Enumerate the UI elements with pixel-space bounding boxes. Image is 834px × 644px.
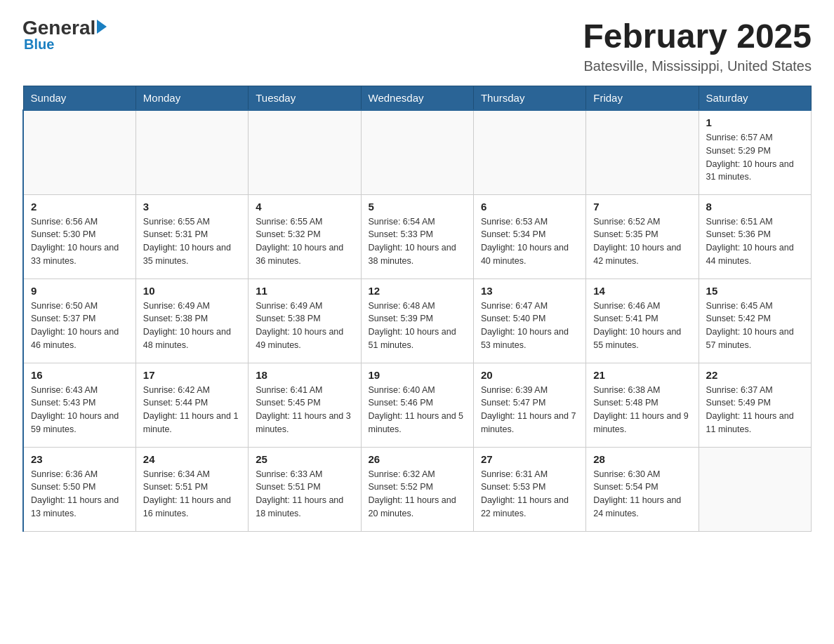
day-info: Sunrise: 6:54 AM Sunset: 5:33 PM Dayligh… xyxy=(369,215,466,268)
calendar-cell xyxy=(135,110,248,194)
calendar-cell: 5Sunrise: 6:54 AM Sunset: 5:33 PM Daylig… xyxy=(361,194,473,279)
calendar-cell xyxy=(23,110,135,194)
page-header: General Blue February 2025 Batesville, M… xyxy=(22,17,812,74)
calendar-cell: 20Sunrise: 6:39 AM Sunset: 5:47 PM Dayli… xyxy=(473,363,585,447)
day-number: 20 xyxy=(481,369,578,381)
calendar-cell: 12Sunrise: 6:48 AM Sunset: 5:39 PM Dayli… xyxy=(361,279,473,363)
day-number: 12 xyxy=(369,285,466,297)
day-number: 10 xyxy=(143,285,241,297)
title-area: February 2025 Batesville, Mississippi, U… xyxy=(583,17,812,74)
day-of-week-monday: Monday xyxy=(135,86,248,111)
day-number: 21 xyxy=(593,369,691,381)
calendar-cell: 21Sunrise: 6:38 AM Sunset: 5:48 PM Dayli… xyxy=(586,363,699,447)
calendar-cell xyxy=(699,447,811,531)
logo: General Blue xyxy=(22,17,107,53)
logo-blue: Blue xyxy=(24,36,54,53)
week-row-3: 9Sunrise: 6:50 AM Sunset: 5:37 PM Daylig… xyxy=(23,279,812,363)
calendar-cell: 13Sunrise: 6:47 AM Sunset: 5:40 PM Dayli… xyxy=(473,279,585,363)
calendar-cell: 23Sunrise: 6:36 AM Sunset: 5:50 PM Dayli… xyxy=(23,447,135,531)
day-info: Sunrise: 6:53 AM Sunset: 5:34 PM Dayligh… xyxy=(481,215,578,268)
day-number: 9 xyxy=(31,285,128,297)
day-info: Sunrise: 6:56 AM Sunset: 5:30 PM Dayligh… xyxy=(31,215,128,268)
day-number: 6 xyxy=(481,201,578,213)
day-info: Sunrise: 6:41 AM Sunset: 5:45 PM Dayligh… xyxy=(256,384,353,436)
day-number: 5 xyxy=(369,201,466,213)
day-info: Sunrise: 6:30 AM Sunset: 5:54 PM Dayligh… xyxy=(593,468,691,521)
calendar-cell: 9Sunrise: 6:50 AM Sunset: 5:37 PM Daylig… xyxy=(23,279,135,363)
day-info: Sunrise: 6:36 AM Sunset: 5:50 PM Dayligh… xyxy=(31,468,128,521)
day-info: Sunrise: 6:31 AM Sunset: 5:53 PM Dayligh… xyxy=(481,468,578,521)
day-info: Sunrise: 6:46 AM Sunset: 5:41 PM Dayligh… xyxy=(593,300,691,352)
day-number: 28 xyxy=(593,453,691,465)
day-number: 4 xyxy=(256,201,353,213)
calendar-cell xyxy=(586,110,699,194)
day-number: 11 xyxy=(256,285,353,297)
day-number: 22 xyxy=(706,369,804,381)
day-info: Sunrise: 6:51 AM Sunset: 5:36 PM Dayligh… xyxy=(706,215,804,268)
day-number: 18 xyxy=(256,369,353,381)
week-row-5: 23Sunrise: 6:36 AM Sunset: 5:50 PM Dayli… xyxy=(23,447,812,531)
day-info: Sunrise: 6:52 AM Sunset: 5:35 PM Dayligh… xyxy=(593,215,691,268)
day-number: 25 xyxy=(256,453,353,465)
day-of-week-wednesday: Wednesday xyxy=(361,86,473,111)
calendar-title: February 2025 xyxy=(583,17,812,55)
day-info: Sunrise: 6:37 AM Sunset: 5:49 PM Dayligh… xyxy=(706,384,804,436)
day-of-week-friday: Friday xyxy=(586,86,699,111)
calendar-cell: 18Sunrise: 6:41 AM Sunset: 5:45 PM Dayli… xyxy=(249,363,361,447)
day-of-week-tuesday: Tuesday xyxy=(249,86,361,111)
day-of-week-saturday: Saturday xyxy=(699,86,811,111)
day-number: 24 xyxy=(143,453,241,465)
calendar-cell: 19Sunrise: 6:40 AM Sunset: 5:46 PM Dayli… xyxy=(361,363,473,447)
calendar-cell: 10Sunrise: 6:49 AM Sunset: 5:38 PM Dayli… xyxy=(135,279,248,363)
day-number: 14 xyxy=(593,285,691,297)
calendar-cell: 17Sunrise: 6:42 AM Sunset: 5:44 PM Dayli… xyxy=(135,363,248,447)
calendar-cell: 3Sunrise: 6:55 AM Sunset: 5:31 PM Daylig… xyxy=(135,194,248,279)
day-number: 13 xyxy=(481,285,578,297)
day-number: 26 xyxy=(369,453,466,465)
day-info: Sunrise: 6:48 AM Sunset: 5:39 PM Dayligh… xyxy=(369,300,466,352)
day-number: 15 xyxy=(706,285,804,297)
logo-arrow-icon xyxy=(97,20,107,34)
day-number: 16 xyxy=(31,369,128,381)
calendar-header: SundayMondayTuesdayWednesdayThursdayFrid… xyxy=(23,86,812,111)
calendar-cell: 2Sunrise: 6:56 AM Sunset: 5:30 PM Daylig… xyxy=(23,194,135,279)
calendar-cell xyxy=(473,110,585,194)
calendar-cell: 14Sunrise: 6:46 AM Sunset: 5:41 PM Dayli… xyxy=(586,279,699,363)
calendar-cell: 26Sunrise: 6:32 AM Sunset: 5:52 PM Dayli… xyxy=(361,447,473,531)
calendar-cell: 27Sunrise: 6:31 AM Sunset: 5:53 PM Dayli… xyxy=(473,447,585,531)
day-number: 7 xyxy=(593,201,691,213)
day-number: 27 xyxy=(481,453,578,465)
day-info: Sunrise: 6:50 AM Sunset: 5:37 PM Dayligh… xyxy=(31,300,128,352)
calendar-cell: 11Sunrise: 6:49 AM Sunset: 5:38 PM Dayli… xyxy=(249,279,361,363)
calendar-cell: 25Sunrise: 6:33 AM Sunset: 5:51 PM Dayli… xyxy=(249,447,361,531)
day-number: 19 xyxy=(369,369,466,381)
day-info: Sunrise: 6:34 AM Sunset: 5:51 PM Dayligh… xyxy=(143,468,241,521)
calendar-cell: 22Sunrise: 6:37 AM Sunset: 5:49 PM Dayli… xyxy=(699,363,811,447)
day-info: Sunrise: 6:57 AM Sunset: 5:29 PM Dayligh… xyxy=(706,131,804,184)
calendar-cell: 28Sunrise: 6:30 AM Sunset: 5:54 PM Dayli… xyxy=(586,447,699,531)
calendar-table: SundayMondayTuesdayWednesdayThursdayFrid… xyxy=(22,86,812,532)
day-number: 8 xyxy=(706,201,804,213)
calendar-cell: 6Sunrise: 6:53 AM Sunset: 5:34 PM Daylig… xyxy=(473,194,585,279)
week-row-2: 2Sunrise: 6:56 AM Sunset: 5:30 PM Daylig… xyxy=(23,194,812,279)
calendar-cell: 7Sunrise: 6:52 AM Sunset: 5:35 PM Daylig… xyxy=(586,194,699,279)
day-number: 2 xyxy=(31,201,128,213)
week-row-4: 16Sunrise: 6:43 AM Sunset: 5:43 PM Dayli… xyxy=(23,363,812,447)
day-info: Sunrise: 6:38 AM Sunset: 5:48 PM Dayligh… xyxy=(593,384,691,436)
day-info: Sunrise: 6:55 AM Sunset: 5:31 PM Dayligh… xyxy=(143,215,241,268)
day-info: Sunrise: 6:33 AM Sunset: 5:51 PM Dayligh… xyxy=(256,468,353,521)
day-info: Sunrise: 6:32 AM Sunset: 5:52 PM Dayligh… xyxy=(369,468,466,521)
day-number: 23 xyxy=(31,453,128,465)
calendar-cell: 16Sunrise: 6:43 AM Sunset: 5:43 PM Dayli… xyxy=(23,363,135,447)
day-number: 17 xyxy=(143,369,241,381)
days-of-week-row: SundayMondayTuesdayWednesdayThursdayFrid… xyxy=(23,86,812,111)
day-info: Sunrise: 6:42 AM Sunset: 5:44 PM Dayligh… xyxy=(143,384,241,436)
calendar-cell xyxy=(361,110,473,194)
day-info: Sunrise: 6:55 AM Sunset: 5:32 PM Dayligh… xyxy=(256,215,353,268)
calendar-cell: 8Sunrise: 6:51 AM Sunset: 5:36 PM Daylig… xyxy=(699,194,811,279)
day-of-week-sunday: Sunday xyxy=(23,86,135,111)
calendar-subtitle: Batesville, Mississippi, United States xyxy=(583,58,812,74)
day-info: Sunrise: 6:39 AM Sunset: 5:47 PM Dayligh… xyxy=(481,384,578,436)
calendar-cell xyxy=(249,110,361,194)
day-info: Sunrise: 6:49 AM Sunset: 5:38 PM Dayligh… xyxy=(143,300,241,352)
